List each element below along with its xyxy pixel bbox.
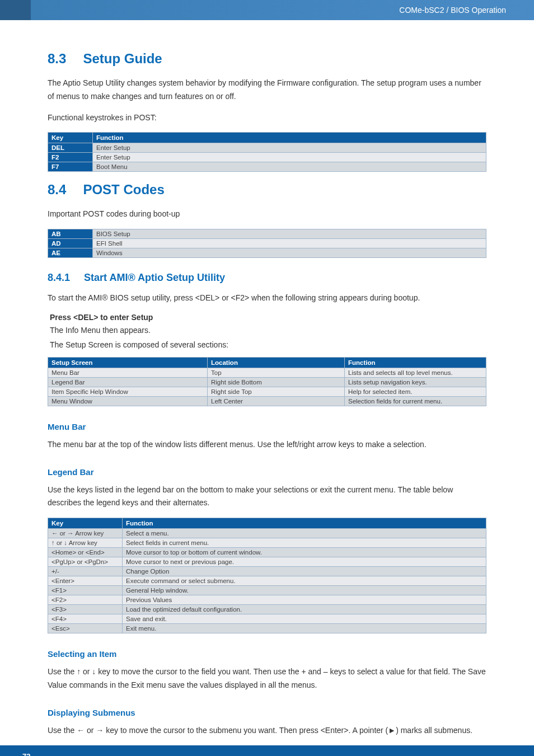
- td: <Home> or <End>: [48, 548, 123, 557]
- td: Boot Menu: [93, 162, 486, 172]
- page-number: 72: [22, 752, 30, 756]
- td: Menu Window: [48, 396, 208, 406]
- td: Move cursor to top or bottom of current …: [123, 548, 486, 557]
- td: Select a menu.: [123, 529, 486, 538]
- para: The menu bar at the top of the window li…: [48, 438, 486, 452]
- th: Function: [93, 133, 486, 143]
- para: Important POST codes during boot-up: [48, 208, 486, 221]
- td: General Help window.: [123, 586, 486, 595]
- td: Help for selected item.: [345, 387, 486, 396]
- td: DEL: [48, 143, 93, 153]
- table-legend-keys: Key Function ← or → Arrow keySelect a me…: [48, 518, 486, 633]
- td: Right side Top: [208, 387, 345, 396]
- footer-bar: 72: [0, 745, 534, 756]
- td: Lists and selects all top level menus.: [345, 368, 486, 377]
- heading-num: 8.3: [48, 51, 66, 67]
- heading-displaying-submenus: Displaying Submenus: [48, 708, 486, 717]
- td: Select fields in current menu.: [123, 538, 486, 548]
- td: Enter Setup: [93, 143, 486, 153]
- td: AE: [48, 248, 93, 258]
- td: Enter Setup: [93, 153, 486, 162]
- td: ↑ or ↓ Arrow key: [48, 538, 123, 548]
- para: Use the ↑ or ↓ key to move the cursor to…: [48, 665, 486, 692]
- td: Change Option: [123, 567, 486, 576]
- td: Exit menu.: [123, 624, 486, 633]
- td: Menu Bar: [48, 368, 208, 377]
- table-setup-screen: Setup Screen Location Function Menu BarT…: [48, 357, 486, 406]
- content-area: 8.3Setup Guide The Aptio Setup Utility c…: [0, 20, 534, 756]
- td: <F1>: [48, 586, 123, 595]
- td: Lists setup navigation keys.: [345, 377, 486, 387]
- table-keystrokes: Key Function DELEnter Setup F2Enter Setu…: [48, 132, 486, 172]
- heading-8-4: 8.4POST Codes: [48, 182, 486, 198]
- heading-title: POST Codes: [83, 182, 164, 197]
- heading-title: Setup Guide: [83, 51, 162, 66]
- td: <F4>: [48, 614, 123, 624]
- th: Function: [345, 357, 486, 368]
- td: <Esc>: [48, 624, 123, 633]
- th: Key: [48, 133, 93, 143]
- heading-8-4-1: 8.4.1Start AMI® Aptio Setup Utility: [48, 272, 486, 284]
- para: Use the keys listed in the legend bar on…: [48, 483, 486, 510]
- text: The Info Menu then appears.: [50, 324, 486, 336]
- td: BIOS Setup: [93, 229, 486, 239]
- td: Save and exit.: [123, 614, 486, 624]
- td: +/-: [48, 567, 123, 576]
- td: Right side Bottom: [208, 377, 345, 387]
- td: F7: [48, 162, 93, 172]
- breadcrumb: COMe-bSC2 / BIOS Operation: [399, 6, 506, 15]
- heading-legend-bar: Legend Bar: [48, 467, 486, 477]
- td: AD: [48, 239, 93, 248]
- td: Previous Values: [123, 595, 486, 605]
- para: To start the AMI® BIOS setup utility, pr…: [48, 292, 486, 305]
- th: Setup Screen: [48, 357, 208, 368]
- td: EFI Shell: [93, 239, 486, 248]
- td: F2: [48, 153, 93, 162]
- td: Load the optimized default configuration…: [123, 605, 486, 614]
- td: <PgUp> or <PgDn>: [48, 557, 123, 567]
- td: Item Specific Help Window: [48, 387, 208, 396]
- td: AB: [48, 229, 93, 239]
- heading-selecting-item: Selecting an Item: [48, 649, 486, 659]
- td: Legend Bar: [48, 377, 208, 387]
- para: The Aptio Setup Utility changes system b…: [48, 77, 486, 104]
- header-left-strip: [0, 0, 31, 20]
- para: Functional keystrokes in POST:: [48, 111, 486, 125]
- bold-text: Press <DEL> to enter Setup: [50, 313, 486, 322]
- table-post-codes: ABBIOS Setup ADEFI Shell AEWindows: [48, 229, 486, 258]
- heading-menu-bar: Menu Bar: [48, 422, 486, 431]
- td: Move cursor to next or previous page.: [123, 557, 486, 567]
- heading-8-3: 8.3Setup Guide: [48, 51, 486, 67]
- td: Windows: [93, 248, 486, 258]
- th: Key: [48, 518, 123, 529]
- td: <Enter>: [48, 576, 123, 586]
- th: Function: [123, 518, 486, 529]
- header-bar: COMe-bSC2 / BIOS Operation: [0, 0, 534, 20]
- th: Location: [208, 357, 345, 368]
- td: Top: [208, 368, 345, 377]
- td: Execute command or select submenu.: [123, 576, 486, 586]
- td: ← or → Arrow key: [48, 529, 123, 538]
- td: <F2>: [48, 595, 123, 605]
- heading-num: 8.4.1: [48, 272, 70, 284]
- text: The Setup Screen is composed of several …: [50, 339, 486, 351]
- heading-num: 8.4: [48, 182, 66, 198]
- td: Left Center: [208, 396, 345, 406]
- heading-title: Start AMI® Aptio Setup Utility: [84, 272, 225, 283]
- para: Use the ← or → key to move the cursor to…: [48, 724, 486, 738]
- td: <F3>: [48, 605, 123, 614]
- td: Selection fields for current menu.: [345, 396, 486, 406]
